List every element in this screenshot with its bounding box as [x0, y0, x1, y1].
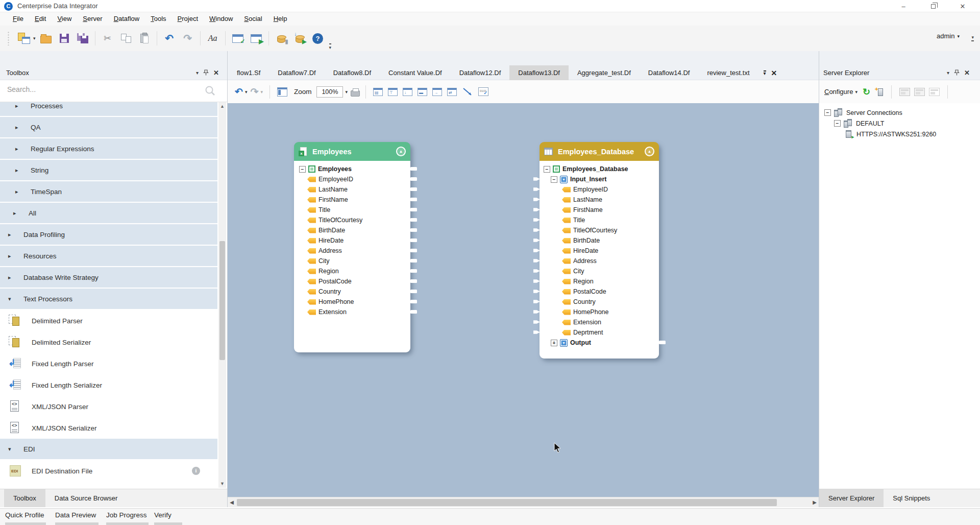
server-explorer-close-icon[interactable]: ✕ [964, 69, 970, 77]
node-row-city[interactable]: City [540, 266, 659, 276]
distribute-icon[interactable]: ⇄ [447, 88, 457, 96]
node-row-extension[interactable]: Extension [540, 317, 659, 327]
node-row-homephone[interactable]: HomePhone [294, 297, 410, 307]
toolbox-scrollbar[interactable]: ▲ ▼ [218, 102, 226, 488]
menu-item-dataflow[interactable]: Dataflow [108, 12, 145, 26]
undo-icon[interactable]: ↶ [161, 30, 178, 46]
database-job-icon[interactable]: ▮ [273, 30, 289, 46]
save-icon[interactable] [56, 30, 72, 46]
expand-all-icon[interactable]: ↓ [403, 88, 412, 96]
node-employees_database[interactable]: Employees_Database▲−Employees_Database−▼… [540, 142, 659, 359]
status-tab-data-preview[interactable]: Data Preview [55, 511, 96, 519]
node-row-titleofcourtesy[interactable]: TitleOfCourtesy [294, 215, 410, 225]
document-tab[interactable]: Aggregate_test.Df [569, 65, 640, 80]
straight-link-icon[interactable] [462, 87, 473, 97]
search-icon[interactable] [205, 85, 216, 97]
preview-grid-icon[interactable]: 0101✓ [478, 87, 488, 96]
output-port[interactable] [410, 279, 417, 283]
panel-tab-data-source-browser[interactable]: Data Source Browser [45, 489, 127, 507]
status-tab-job-progress[interactable]: Job Progress [106, 511, 147, 519]
collapse-all-icon[interactable]: ▬ [418, 88, 427, 96]
output-port[interactable] [410, 177, 417, 181]
scroll-left-icon[interactable]: ◀ [228, 497, 236, 508]
save-all-icon[interactable] [75, 30, 91, 46]
toolbox-item-delimited-serializer[interactable]: Delimited Serializer [0, 331, 217, 353]
verify-window-icon[interactable]: ✓ [230, 30, 246, 46]
output-port[interactable] [410, 198, 417, 201]
menu-item-file[interactable]: File [7, 12, 29, 26]
node-row-employeeid[interactable]: EmployeeID [540, 184, 659, 195]
menu-item-view[interactable]: View [52, 12, 77, 26]
close-button[interactable]: ✕ [950, 0, 975, 12]
toolbox-category-string[interactable]: ▸String [0, 160, 217, 180]
toolbox-category-text-processors[interactable]: ▾Text Processors [0, 289, 217, 309]
paste-icon[interactable] [136, 30, 153, 46]
restore-button[interactable] [920, 0, 946, 12]
new-dropdown-icon[interactable]: ▾ [33, 36, 36, 41]
tree-item-default[interactable]: −DEFAULT [819, 118, 980, 129]
print-icon[interactable] [351, 90, 360, 97]
toolbox-pin-icon[interactable] [203, 69, 209, 76]
toolbox-category-timespan[interactable]: ▸TimeSpan [0, 181, 217, 202]
node-row-region[interactable]: Region [294, 266, 410, 276]
toolbox-close-icon[interactable]: ✕ [213, 69, 219, 77]
toolbox-category-processes[interactable]: ▸Processes [0, 102, 217, 116]
open-folder-icon[interactable] [38, 30, 54, 46]
node-row-employees-database[interactable]: −Employees_Database [540, 164, 659, 174]
server-properties-icon[interactable] [899, 88, 910, 96]
zoom-dropdown-icon[interactable]: ▾ [345, 89, 348, 94]
toolbox-category-qa[interactable]: ▸QA [0, 117, 217, 137]
panel-tab-toolbox[interactable]: Toolbox [4, 489, 45, 507]
menu-item-tools[interactable]: Tools [145, 12, 172, 26]
node-collapse-icon[interactable]: ▲ [645, 147, 654, 156]
node-employees[interactable]: xEmployees▲−EmployeesEmployeeIDLastNameF… [294, 142, 410, 352]
configure-button[interactable]: Configure▾ [824, 88, 859, 96]
node-row-extension[interactable]: Extension [294, 307, 410, 317]
zoom-value[interactable]: 100% [316, 86, 343, 98]
tab-close-icon[interactable]: ✕ [771, 69, 777, 77]
status-tab-quick-profile[interactable]: Quick Profile [5, 511, 44, 519]
document-tab[interactable]: Dataflow14.Df [640, 65, 699, 80]
output-port[interactable] [410, 290, 417, 293]
menu-item-window[interactable]: Window [204, 12, 238, 26]
tree-item-https-astwks251-9260[interactable]: ▸HTTPS://ASTWKS251:9260 [819, 129, 980, 139]
toolbox-item-fixed-length-parser[interactable]: ↳Fixed Length Parser [0, 353, 217, 374]
toolbar-options-icon[interactable]: ▾ [971, 35, 974, 41]
node-row-output[interactable]: +▼Output [540, 338, 659, 348]
scroll-down-icon[interactable]: ▼ [218, 480, 226, 488]
refresh-icon[interactable]: ↻ [863, 86, 870, 98]
status-tab-verify[interactable]: Verify [154, 511, 172, 519]
node-row-lastname[interactable]: LastName [294, 184, 410, 195]
toolbox-item-xml-json-serializer[interactable]: <>XML/JSON Serializer [0, 417, 217, 439]
panel-tab-sql-snippets[interactable]: Sql Snippets [884, 489, 939, 507]
canvas-undo-dropdown-icon[interactable]: ▾ [245, 89, 248, 94]
document-tab[interactable]: Constant Value.Df [380, 65, 451, 80]
tab-list-dropdown-icon[interactable]: ▾ [764, 70, 766, 76]
toolbox-item-fixed-length-serializer[interactable]: ↳Fixed Length Serializer [0, 374, 217, 396]
node-row-titleofcourtesy[interactable]: TitleOfCourtesy [540, 225, 659, 235]
panel-tab-server-explorer[interactable]: Server Explorer [819, 489, 884, 507]
document-tab[interactable]: Dataflow8.Df [325, 65, 380, 80]
info-icon[interactable]: i [192, 467, 200, 475]
node-row-homephone[interactable]: HomePhone [540, 307, 659, 317]
toolbox-category-regular-expressions[interactable]: ▸Regular Expressions [0, 138, 217, 159]
collapse-box-icon[interactable]: − [299, 166, 306, 173]
toolbox-item-edi-destination-file[interactable]: EDIEDI Destination Filei [0, 460, 217, 482]
node-row-hiredate[interactable]: HireDate [540, 246, 659, 256]
output-port[interactable] [410, 310, 417, 314]
toolbox-item-delimited-parser[interactable]: Delimited Parser [0, 310, 217, 331]
output-port[interactable] [410, 259, 417, 262]
auto-layout-icon[interactable]: ▤ [373, 88, 383, 96]
hscrollbar-thumb[interactable] [237, 499, 777, 506]
layout-panel-icon[interactable] [277, 87, 287, 97]
node-row-region[interactable]: Region [540, 276, 659, 287]
node-row-birthdate[interactable]: BirthDate [540, 235, 659, 246]
output-port[interactable] [410, 238, 417, 242]
node-collapse-icon[interactable]: ▲ [396, 147, 406, 156]
output-port[interactable] [410, 269, 417, 273]
canvas-undo-icon[interactable]: ↶ [235, 86, 243, 98]
toolbox-category-database-write-strategy[interactable]: ▸Database Write Strategy [0, 267, 217, 288]
node-row-firstname[interactable]: FirstName [294, 195, 410, 205]
node-row-postalcode[interactable]: PostalCode [540, 287, 659, 297]
dataflow-canvas[interactable]: xEmployees▲−EmployeesEmployeeIDLastNameF… [228, 103, 819, 497]
